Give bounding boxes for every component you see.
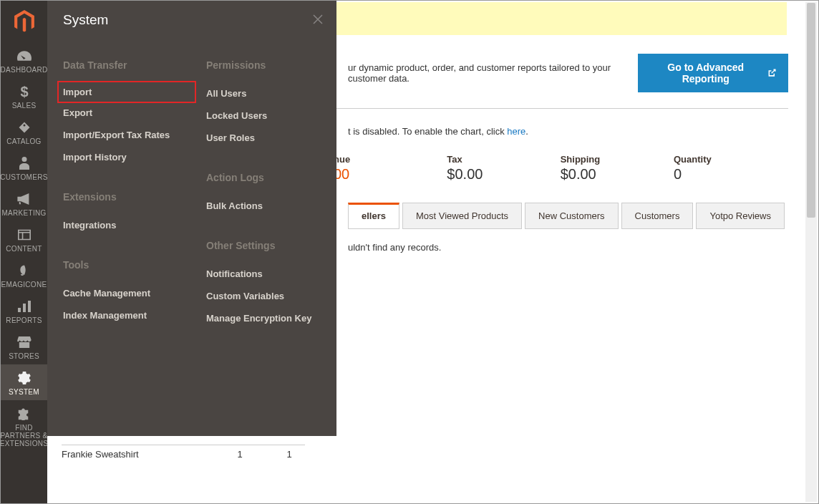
nav-emagicone[interactable]: EMAGICONE bbox=[1, 257, 47, 293]
nav-label: REPORTS bbox=[6, 316, 42, 324]
adv-reporting-button-label: Go to Advanced Reporting bbox=[650, 62, 762, 84]
link-manage-encryption-key[interactable]: Manage Encryption Key bbox=[206, 307, 334, 329]
nav-customers[interactable]: CUSTOMERS bbox=[1, 150, 47, 185]
product-name-cell: Frankie Sweatshirt bbox=[62, 449, 198, 460]
bar-chart-icon bbox=[18, 299, 31, 314]
enable-chart-link[interactable]: here bbox=[507, 126, 525, 137]
link-bulk-actions[interactable]: Bulk Actions bbox=[206, 195, 334, 217]
tab-new-customers[interactable]: New Customers bbox=[525, 203, 618, 229]
scrollbar-thumb[interactable] bbox=[807, 3, 815, 218]
tab-most-viewed-products[interactable]: Most Viewed Products bbox=[402, 203, 522, 229]
chart-disabled-note: t is disabled. To enable the chart, clic… bbox=[348, 126, 788, 137]
nav-label: FIND PARTNERS & EXTENSIONS bbox=[0, 424, 48, 447]
link-cache-management[interactable]: Cache Management bbox=[63, 282, 190, 304]
nav-sales[interactable]: $ SALES bbox=[1, 78, 47, 114]
gear-icon bbox=[18, 370, 31, 385]
close-icon[interactable] bbox=[312, 14, 324, 27]
group-data-transfer: Data Transfer bbox=[63, 55, 190, 82]
stat-revenue-value: 00 bbox=[334, 166, 420, 183]
nav-label: EMAGICONE bbox=[1, 281, 47, 289]
layout-icon bbox=[18, 227, 31, 242]
stat-quantity-value: 0 bbox=[674, 166, 760, 183]
leaf-icon bbox=[18, 263, 31, 278]
link-notifications[interactable]: Notifications bbox=[206, 263, 334, 285]
external-link-icon bbox=[767, 68, 776, 78]
empty-records-message: uldn't find any records. bbox=[348, 242, 788, 253]
link-custom-variables[interactable]: Custom Variables bbox=[206, 285, 334, 307]
group-other-settings: Other Settings bbox=[206, 236, 334, 263]
megaphone-icon bbox=[17, 191, 32, 206]
link-locked-users[interactable]: Locked Users bbox=[206, 105, 334, 127]
stat-tax-label: Tax bbox=[447, 154, 533, 165]
nav-label: SYSTEM bbox=[9, 388, 39, 396]
nav-label: STORES bbox=[9, 352, 39, 360]
cell-value: 1 bbox=[282, 449, 296, 460]
group-extensions: Extensions bbox=[63, 187, 190, 214]
tag-icon bbox=[18, 120, 31, 135]
svg-text:$: $ bbox=[20, 84, 28, 99]
nav-label: SALES bbox=[12, 102, 37, 110]
adv-reporting-desc: ur dynamic product, order, and customer … bbox=[348, 62, 638, 84]
stat-shipping-value: $0.00 bbox=[561, 166, 646, 183]
chart-note-period: . bbox=[525, 126, 528, 137]
nav-label: CONTENT bbox=[6, 245, 42, 253]
nav-find-partners[interactable]: FIND PARTNERS & EXTENSIONS bbox=[1, 400, 47, 452]
nav-label: CATALOG bbox=[6, 137, 41, 145]
nav-stores[interactable]: STORES bbox=[1, 329, 47, 364]
chart-note-text: t is disabled. To enable the chart, clic… bbox=[348, 126, 507, 137]
table-row[interactable]: Frankie Sweatshirt 1 1 bbox=[62, 445, 305, 463]
go-to-advanced-reporting-button[interactable]: Go to Advanced Reporting bbox=[638, 54, 788, 92]
storefront-icon bbox=[17, 334, 32, 349]
nav-content[interactable]: CONTENT bbox=[1, 221, 47, 257]
flyout-title: System bbox=[63, 12, 108, 28]
tab-yotpo-reviews[interactable]: Yotpo Reviews bbox=[696, 203, 785, 229]
link-index-management[interactable]: Index Management bbox=[63, 304, 190, 326]
stat-tax-value: $0.00 bbox=[447, 166, 533, 183]
nav-label: DASHBOARD bbox=[0, 66, 47, 74]
link-integrations[interactable]: Integrations bbox=[63, 214, 190, 236]
link-user-roles[interactable]: User Roles bbox=[206, 127, 334, 149]
gauge-icon bbox=[17, 48, 32, 63]
group-tools: Tools bbox=[63, 255, 190, 282]
nav-label: CUSTOMERS bbox=[0, 173, 47, 181]
tab-customers[interactable]: Customers bbox=[621, 203, 694, 229]
nav-reports[interactable]: REPORTS bbox=[1, 293, 47, 329]
nav-label: MARKETING bbox=[1, 209, 46, 217]
link-import-history[interactable]: Import History bbox=[63, 146, 190, 168]
nav-catalog[interactable]: CATALOG bbox=[1, 114, 47, 150]
group-permissions: Permissions bbox=[206, 55, 334, 82]
nav-marketing[interactable]: MARKETING bbox=[1, 185, 47, 221]
stat-shipping-label: Shipping bbox=[561, 154, 646, 165]
stat-revenue-label: nue bbox=[334, 154, 420, 165]
magento-logo-icon bbox=[14, 10, 34, 33]
nav-dashboard[interactable]: DASHBOARD bbox=[1, 42, 47, 78]
tab-bestsellers[interactable]: ellers bbox=[348, 203, 399, 229]
puzzle-icon bbox=[18, 406, 31, 421]
link-tax-rates[interactable]: Import/Export Tax Rates bbox=[63, 124, 190, 146]
link-export[interactable]: Export bbox=[63, 102, 190, 124]
nav-system[interactable]: SYSTEM bbox=[1, 364, 47, 400]
magento-logo[interactable] bbox=[1, 1, 47, 42]
link-import[interactable]: Import bbox=[57, 81, 196, 103]
group-action-logs: Action Logs bbox=[206, 168, 334, 195]
admin-sidebar: DASHBOARD $ SALES CATALOG CUSTOMERS MARK… bbox=[1, 1, 47, 503]
user-icon bbox=[19, 155, 29, 170]
link-all-users[interactable]: All Users bbox=[206, 82, 334, 105]
stat-quantity-label: Quantity bbox=[674, 154, 760, 165]
dollar-icon: $ bbox=[20, 84, 29, 99]
system-flyout: System Data Transfer Import Export Impor… bbox=[47, 1, 336, 436]
vertical-scrollbar[interactable] bbox=[805, 2, 817, 502]
cell-value: 1 bbox=[198, 449, 282, 460]
